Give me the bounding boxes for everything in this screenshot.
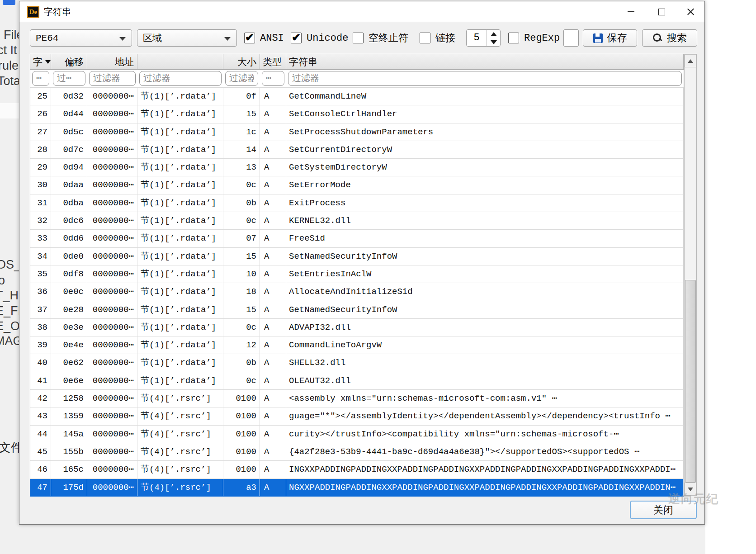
cell-string: GetCommandLineW (286, 88, 684, 105)
cell-size: 0100 (223, 390, 260, 407)
maximize-button[interactable] (652, 2, 671, 22)
cell-section: 节(1)[’.rdata’] (137, 194, 223, 212)
cell-num: 42 (30, 390, 51, 407)
checkbox-box[interactable]: ✔ (353, 33, 364, 43)
cell-section: 节(1)[’.rdata’] (137, 372, 223, 389)
table-body: 250d320000000⋯节(1)[’.rdata’]0fAGetComman… (30, 88, 684, 497)
cell-offset: 145a (51, 426, 87, 443)
cell-section: 节(4)[’.rsrc’] (137, 390, 223, 407)
scroll-up-button[interactable] (685, 54, 696, 67)
scrollbar-thumb[interactable] (685, 280, 696, 483)
background-text-fragment: o (0, 274, 5, 288)
filter-input-size[interactable] (225, 71, 258, 86)
background-text-fragment: ct It E (0, 43, 19, 57)
table-row[interactable]: 370e280000000⋯节(1)[’.rdata’]15AGetNamedS… (30, 301, 684, 319)
table-row[interactable]: 260d440000000⋯节(1)[’.rdata’]15ASetConsol… (30, 105, 684, 123)
filetype-combobox[interactable]: PE64 (30, 29, 132, 47)
unicode-checkbox[interactable]: ✔ Unicode (291, 32, 348, 44)
save-button[interactable]: 保存 (583, 29, 637, 47)
header-offset[interactable]: 偏移 (51, 54, 87, 69)
table-row[interactable]: 270d5c0000000⋯节(1)[’.rdata’]1cASetProces… (30, 123, 684, 141)
table-row[interactable]: 46165c0000000⋯节(4)[’.rsrc’]0100AINGXXPAD… (30, 461, 684, 478)
table-row[interactable]: 4313590000000⋯节(4)[’.rsrc’]0100Aguage="*… (30, 407, 684, 425)
table-row[interactable]: 47175d0000000⋯节(4)[’.rsrc’]a3ANGXXPADDIN… (30, 479, 684, 497)
scroll-up-icon (688, 59, 693, 63)
region-combobox[interactable]: 区域 (137, 29, 237, 47)
cell-size: 1c (223, 123, 260, 141)
table-row[interactable]: 330dd60000000⋯节(1)[’.rdata’]07AFreeSid (30, 230, 684, 247)
background-text-fragment: E_FI (0, 304, 19, 318)
ansi-checkbox[interactable]: ✔ ANSI (244, 32, 284, 44)
cell-num: 38 (30, 319, 51, 336)
cell-section: 节(1)[’.rdata’] (137, 105, 223, 123)
table-row[interactable]: 44145a0000000⋯节(4)[’.rsrc’]0100Acurity><… (30, 426, 684, 443)
filter-input-section[interactable] (139, 71, 222, 86)
table-row[interactable]: 4212580000000⋯节(4)[’.rsrc’]0100A<assembl… (30, 390, 684, 407)
header-type[interactable]: 类型 (260, 54, 286, 69)
sort-desc-icon (45, 60, 51, 64)
table-row[interactable]: 250d320000000⋯节(1)[’.rdata’]0fAGetComman… (30, 88, 684, 105)
min-length-spinner[interactable]: 5 (466, 29, 501, 47)
background-text-fragment: E_O (0, 319, 19, 333)
cell-string: SetEntriesInAclW (286, 265, 684, 283)
table-row[interactable]: 380e3e0000000⋯节(1)[’.rdata’]0cAADVAPI32.… (30, 319, 684, 336)
close-window-button[interactable] (680, 2, 700, 22)
spin-up-button[interactable] (487, 30, 500, 38)
table-row[interactable]: 320dc60000000⋯节(1)[’.rdata’]0cAKERNEL32.… (30, 212, 684, 230)
filter-input-num[interactable] (32, 71, 49, 86)
die-app-icon: De (27, 6, 39, 18)
header-num[interactable]: 字 (30, 54, 51, 69)
strings-dialog: De 字符串 PE64 区域 ✔ ANSI ✔ Unicode ✔ 空终止符 (19, 1, 705, 525)
table-row[interactable]: 310dba0000000⋯节(1)[’.rdata’]0bAExitProce… (30, 194, 684, 212)
checkbox-box[interactable]: ✔ (508, 33, 519, 43)
table-row[interactable]: 45155b0000000⋯节(4)[’.rsrc’]0100A{4a2f28e… (30, 443, 684, 461)
cell-type: A (260, 283, 286, 300)
cell-offset: 0e28 (51, 301, 87, 318)
header-string[interactable]: 字符串 (286, 54, 684, 69)
search-button[interactable]: 搜索 (642, 29, 697, 47)
filter-input-string[interactable] (288, 71, 682, 86)
table-row[interactable]: 350df80000000⋯节(1)[’.rdata’]10ASetEntrie… (30, 265, 684, 283)
checkbox-box[interactable]: ✔ (291, 33, 302, 43)
cell-size: 0f (223, 88, 260, 105)
cell-address: 0000000⋯ (87, 176, 137, 194)
filter-input-address[interactable] (89, 71, 136, 86)
cell-string: ADVAPI32.dll (286, 319, 684, 336)
cell-section: 节(1)[’.rdata’] (137, 265, 223, 283)
spin-down-button[interactable] (487, 38, 500, 46)
vertical-scrollbar[interactable] (684, 54, 697, 496)
cell-type: A (260, 159, 286, 176)
cell-num: 33 (30, 230, 51, 247)
cell-num: 26 (30, 105, 51, 123)
table-row[interactable]: 340de00000000⋯节(1)[’.rdata’]15ASetNamedS… (30, 248, 684, 265)
cell-num: 43 (30, 407, 51, 425)
regexp-checkbox[interactable]: ✔ RegExp (508, 32, 560, 44)
table-row[interactable]: 360e0c0000000⋯节(1)[’.rdata’]18AAllocateA… (30, 283, 684, 301)
background-window-left-strip: File ct It E rules Total OS_ o T_H E_FI … (0, 0, 19, 554)
title-bar[interactable]: De 字符串 (19, 1, 704, 22)
links-checkbox[interactable]: ✔ 链接 (420, 32, 455, 44)
table-row[interactable]: 290d940000000⋯节(1)[’.rdata’]13AGetSystem… (30, 159, 684, 176)
checkbox-box[interactable]: ✔ (420, 33, 430, 43)
table-row[interactable]: 390e4e0000000⋯节(1)[’.rdata’]12ACommandLi… (30, 336, 684, 354)
table-row[interactable]: 410e6e0000000⋯节(1)[’.rdata’]0cAOLEAUT32.… (30, 372, 684, 390)
header-size[interactable]: 大小 (223, 54, 260, 69)
cell-string: SetConsoleCtrlHandler (286, 105, 684, 123)
header-address[interactable]: 地址 (87, 54, 137, 69)
cell-type: A (260, 141, 286, 158)
filter-input-type[interactable] (262, 71, 284, 86)
table-row[interactable]: 400e620000000⋯节(1)[’.rdata’]0bASHELL32.d… (30, 354, 684, 372)
filter-input-offset[interactable] (53, 71, 85, 86)
table-row[interactable]: 280d7c0000000⋯节(1)[’.rdata’]14ASetCurren… (30, 141, 684, 159)
cell-size: 13 (223, 159, 260, 176)
cell-num: 47 (30, 479, 51, 496)
minimize-button[interactable] (621, 2, 641, 22)
cell-size: 15 (223, 105, 260, 123)
checkbox-box[interactable]: ✔ (244, 33, 255, 43)
header-section[interactable] (137, 54, 223, 69)
cell-section: 节(4)[’.rsrc’] (137, 407, 223, 425)
cell-section: 节(1)[’.rdata’] (137, 336, 223, 354)
null-terminator-checkbox[interactable]: ✔ 空终止符 (353, 32, 408, 44)
table-row[interactable]: 300daa0000000⋯节(1)[’.rdata’]0cASetErrorM… (30, 176, 684, 194)
cell-offset: 1359 (51, 407, 87, 425)
